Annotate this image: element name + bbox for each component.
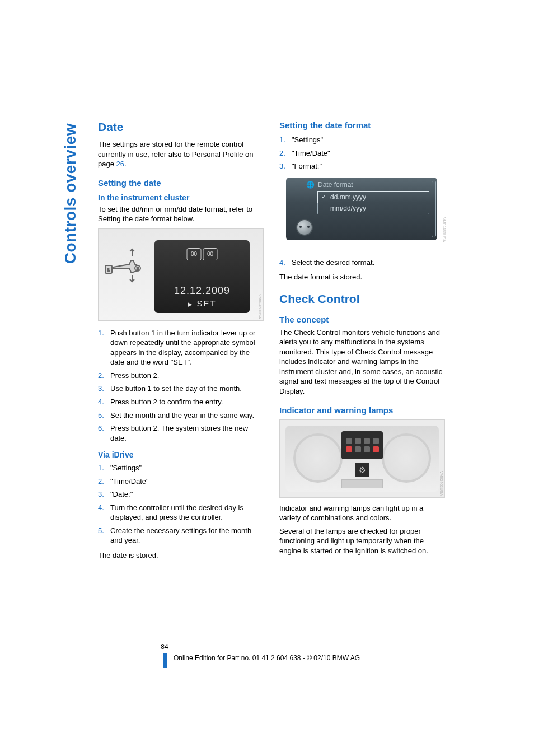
- step-text: Press button 2. The system stores the ne…: [110, 424, 248, 442]
- instrument-note: To set the dd/mm or mm/dd date format, r…: [98, 204, 264, 224]
- step-text: "Date:": [110, 490, 133, 498]
- step-number: 1.: [279, 135, 285, 145]
- list-item: 4.Press button 2 to confirm the entry.: [98, 395, 264, 409]
- warning-lamp-panel: [341, 431, 383, 459]
- footer-copyright: Online Edition for Part no. 01 41 2 604 …: [174, 654, 360, 662]
- heading-setting-date-format: Setting the date format: [279, 120, 445, 130]
- list-item: 3."Format:": [279, 160, 445, 173]
- step-number: 3.: [279, 161, 285, 171]
- idrive-option-selected: ✓ dd.mm.yyyy: [317, 191, 429, 203]
- figure-caption: VM02462USA: [439, 471, 443, 496]
- step-text: Push button 1 in the turn indicator leve…: [110, 329, 255, 367]
- figure-warning-lamps: ⚙ VM02462USA: [279, 419, 445, 498]
- list-item: 1."Settings": [279, 133, 445, 147]
- list-item: 1.Push button 1 in the turn indicator le…: [98, 326, 264, 369]
- right-column: Setting the date format 1."Settings" 2."…: [279, 120, 445, 564]
- play-triangle-icon: ▶: [188, 301, 193, 307]
- cluster-display: 00 00 12.12.2009 ▶SET: [154, 240, 250, 313]
- date-stored-note: The date is stored.: [98, 550, 264, 561]
- list-item: 6.Press button 2. The system stores the …: [98, 422, 264, 445]
- step-number: 5.: [98, 526, 104, 536]
- step-text: "Time/Date": [110, 477, 149, 486]
- idrive-title-text: Date format: [318, 181, 353, 189]
- footer-accent-bar: [163, 653, 167, 668]
- list-item: 4.Select the desired format.: [279, 256, 445, 269]
- warning-lamp-icon: [346, 446, 352, 452]
- idrive-screen: 🌐 Date format ✓ dd.mm.yyyy mm/dd/yyyy: [286, 178, 437, 240]
- warning-lamp-icon: [373, 438, 379, 444]
- engine-warning-icon: ⚙: [355, 463, 369, 477]
- lamps-paragraph-2: Several of the lamps are checked for pro…: [279, 526, 445, 556]
- steps-instrument-cluster: 1.Push button 1 in the turn indicator le…: [98, 326, 264, 445]
- gauge-right-icon: [382, 433, 431, 483]
- list-item: 5.Set the month and the year in the same…: [98, 409, 264, 422]
- step-text: Set the month and the year in the same w…: [110, 411, 254, 419]
- idrive-controller-icon: [296, 219, 313, 236]
- heading-indicator-lamps: Indicator and warning lamps: [279, 405, 445, 415]
- heading-check-control: Check Control: [279, 292, 445, 306]
- display-icon-right: 00: [203, 248, 218, 260]
- list-item: 1."Settings": [98, 461, 264, 475]
- format-stored-note: The date format is stored.: [279, 272, 445, 282]
- svg-text:1: 1: [107, 268, 110, 272]
- idrive-scroll-edge: [432, 181, 436, 237]
- page-link-26[interactable]: 26: [116, 160, 124, 168]
- step-text: "Time/Date": [292, 149, 330, 157]
- page-number: 84: [157, 643, 172, 651]
- turn-signal-stalk-icon: 1 2: [104, 251, 149, 279]
- step-number: 4.: [98, 503, 104, 513]
- step-text: Select the desired format.: [292, 258, 374, 267]
- step-number: 1.: [98, 463, 104, 473]
- idrive-screen-title: 🌐 Date format: [306, 181, 353, 189]
- step-text: "Settings": [110, 464, 142, 472]
- warning-lamp-icon: [373, 446, 379, 452]
- warning-lamp-icon: [364, 446, 370, 452]
- display-set-row: ▶SET: [154, 298, 250, 308]
- list-item: 3."Date:": [98, 488, 264, 501]
- step-text: "Settings": [292, 136, 323, 144]
- step-number: 2.: [98, 477, 104, 487]
- list-item: 4.Turn the controller until the desired …: [98, 501, 264, 524]
- warning-lamp-icon: [346, 438, 352, 444]
- step-number: 4.: [98, 397, 104, 407]
- step-number: 3.: [98, 489, 104, 500]
- step-text: Press button 2 to confirm the entry.: [110, 398, 223, 406]
- warning-lamp-icon: [355, 438, 361, 444]
- svg-text:2: 2: [137, 267, 139, 270]
- idrive-option-text: dd.mm.yyyy: [330, 193, 366, 201]
- heading-the-concept: The concept: [279, 315, 445, 324]
- display-date-value: 12.12.2009: [154, 285, 250, 297]
- step-text: "Format:": [292, 162, 322, 170]
- figure-instrument-cluster: 1 2 00 00 12.12.2: [98, 228, 264, 321]
- check-icon: ✓: [321, 193, 326, 200]
- list-item: 3.Use button 1 to set the day of the mon…: [98, 382, 264, 395]
- gauge-left-icon: [293, 433, 343, 483]
- heading-via-idrive: Via iDrive: [98, 450, 264, 459]
- step-text: Create the necessary settings for the mo…: [110, 526, 251, 545]
- list-item: 5.Create the necessary settings for the …: [98, 524, 264, 547]
- idrive-option-text: mm/dd/yyyy: [330, 204, 366, 212]
- step-number: 5.: [98, 410, 104, 421]
- intro-paragraph: The settings are stored for the remote c…: [98, 139, 264, 169]
- step-number: 2.: [98, 371, 104, 381]
- idrive-option: mm/dd/yyyy: [318, 203, 429, 214]
- dashboard: ⚙: [285, 426, 439, 492]
- figure-idrive-date-format: 🌐 Date format ✓ dd.mm.yyyy mm/dd/yyyy: [279, 178, 445, 250]
- info-display-bar: [341, 479, 383, 488]
- list-item: 2."Time/Date": [98, 475, 264, 488]
- step-number: 2.: [279, 148, 285, 158]
- display-set-label: SET: [196, 298, 216, 308]
- side-tab-label: Controls overview: [62, 123, 79, 264]
- steps-date-format-cont: 4.Select the desired format.: [279, 256, 445, 269]
- step-text: Turn the controller until the desired da…: [110, 503, 243, 522]
- step-number: 3.: [98, 384, 104, 394]
- intro-text-post: .: [124, 160, 127, 168]
- list-item: 2.Press button 2.: [98, 369, 264, 382]
- list-item: 2."Time/Date": [279, 147, 445, 160]
- step-text: Press button 2.: [110, 371, 159, 380]
- figure-caption: VM02460USA: [258, 294, 262, 319]
- display-icon-left: 00: [187, 248, 202, 260]
- lamps-paragraph-1: Indicator and warning lamps can light up…: [279, 503, 445, 523]
- concept-paragraph: The Check Control monitors vehicle funct…: [279, 328, 445, 396]
- step-number: 4.: [279, 258, 285, 268]
